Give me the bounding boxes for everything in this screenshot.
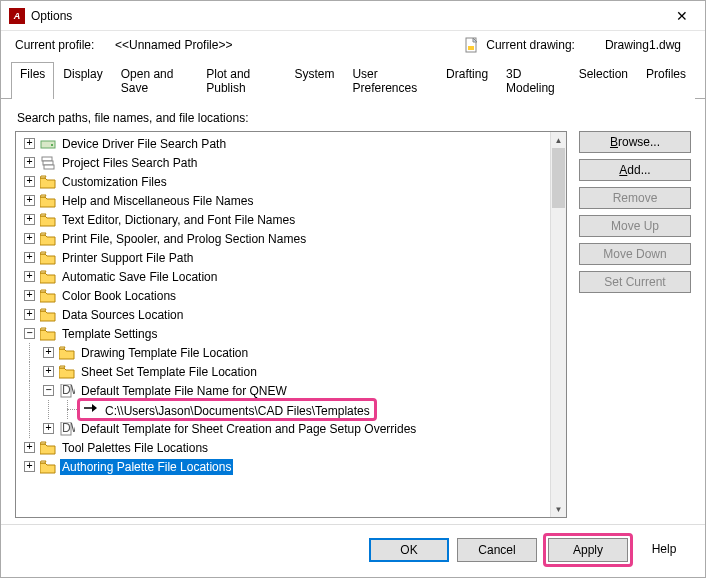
tree-node-label[interactable]: Device Driver File Search Path: [60, 136, 228, 152]
folder-open-icon: [40, 270, 56, 284]
tree-row[interactable]: +DWGDefault Template for Sheet Creation …: [20, 419, 550, 438]
drive-icon: [40, 137, 56, 151]
tab-open-and-save[interactable]: Open and Save: [112, 62, 198, 99]
tab-system[interactable]: System: [285, 62, 343, 99]
add-button[interactable]: Add...: [579, 159, 691, 181]
tree-node-label[interactable]: Data Sources Location: [60, 307, 185, 323]
search-paths-label: Search paths, file names, and file locat…: [17, 111, 691, 125]
folder-icon: [40, 175, 56, 189]
svg-rect-6: [44, 165, 54, 169]
profile-row: Current profile: <<Unnamed Profile>> Cur…: [1, 31, 705, 59]
tab-profiles[interactable]: Profiles: [637, 62, 695, 99]
cancel-button[interactable]: Cancel: [457, 538, 537, 562]
tree-node-label[interactable]: Color Book Locations: [60, 288, 178, 304]
apply-highlight: Apply: [543, 533, 633, 567]
tree-scrollbar[interactable]: ▲ ▼: [550, 132, 566, 517]
expand-icon[interactable]: +: [43, 347, 54, 358]
tree-view[interactable]: +Device Driver File Search Path+Project …: [15, 131, 567, 518]
expand-icon[interactable]: +: [24, 138, 35, 149]
move-down-button[interactable]: Move Down: [579, 243, 691, 265]
svg-point-3: [51, 144, 53, 146]
tree-node-label[interactable]: Project Files Search Path: [60, 155, 199, 171]
tab-drafting[interactable]: Drafting: [437, 62, 497, 99]
expand-icon[interactable]: +: [24, 271, 35, 282]
tree-node-label[interactable]: Drawing Template File Location: [79, 345, 250, 361]
folder-icon: [40, 251, 56, 265]
apply-button[interactable]: Apply: [548, 538, 628, 562]
tree-row[interactable]: +Sheet Set Template File Location: [20, 362, 550, 381]
browse-button[interactable]: Browse...: [579, 131, 691, 153]
expand-icon[interactable]: +: [24, 157, 35, 168]
expand-icon[interactable]: +: [24, 461, 35, 472]
expand-icon[interactable]: +: [24, 290, 35, 301]
ok-button[interactable]: OK: [369, 538, 449, 562]
tree-row[interactable]: +Drawing Template File Location: [20, 343, 550, 362]
collapse-icon[interactable]: −: [24, 328, 35, 339]
folder-open-icon: [40, 441, 56, 455]
expand-icon[interactable]: +: [24, 195, 35, 206]
dwg-icon: DWG: [59, 422, 75, 436]
tree-node-label[interactable]: Authoring Palette File Locations: [60, 459, 233, 475]
expand-icon[interactable]: +: [24, 309, 35, 320]
expand-icon[interactable]: +: [24, 252, 35, 263]
scroll-up-icon[interactable]: ▲: [551, 132, 566, 148]
tab-3d-modeling[interactable]: 3D Modeling: [497, 62, 570, 99]
tree-row[interactable]: +Data Sources Location: [20, 305, 550, 324]
collapse-icon[interactable]: −: [43, 385, 54, 396]
tree-row[interactable]: C:\\Users\Jason\Documents\CAD Files\Temp…: [20, 400, 550, 419]
folder-open-icon: [59, 365, 75, 379]
folder-open-icon: [40, 308, 56, 322]
tree-row[interactable]: −Template Settings: [20, 324, 550, 343]
set-current-button[interactable]: Set Current: [579, 271, 691, 293]
tree-row[interactable]: +Device Driver File Search Path: [20, 134, 550, 153]
scroll-thumb[interactable]: [552, 148, 565, 208]
expand-icon[interactable]: +: [24, 214, 35, 225]
remove-button[interactable]: Remove: [579, 187, 691, 209]
expand-icon[interactable]: +: [24, 176, 35, 187]
tree-row[interactable]: +Color Book Locations: [20, 286, 550, 305]
folder-icon: [40, 232, 56, 246]
help-button[interactable]: Help: [639, 538, 689, 562]
tree-node-label[interactable]: Help and Miscellaneous File Names: [60, 193, 255, 209]
move-up-button[interactable]: Move Up: [579, 215, 691, 237]
expand-icon[interactable]: +: [43, 423, 54, 434]
tree-node-label[interactable]: Sheet Set Template File Location: [79, 364, 259, 380]
tab-files[interactable]: Files: [11, 62, 54, 99]
tab-user-preferences[interactable]: User Preferences: [343, 62, 437, 99]
app-icon: A: [9, 8, 25, 24]
tab-selection[interactable]: Selection: [570, 62, 637, 99]
current-profile-value: <<Unnamed Profile>>: [115, 38, 232, 52]
scroll-down-icon[interactable]: ▼: [551, 501, 566, 517]
tree-row[interactable]: +Tool Palettes File Locations: [20, 438, 550, 457]
svg-rect-1: [468, 46, 474, 50]
expand-icon[interactable]: +: [24, 233, 35, 244]
tree-node-label[interactable]: Printer Support File Path: [60, 250, 195, 266]
tab-plot-and-publish[interactable]: Plot and Publish: [197, 62, 285, 99]
tree-node-label[interactable]: Default Template File Name for QNEW: [79, 383, 289, 399]
tree-row[interactable]: +Help and Miscellaneous File Names: [20, 191, 550, 210]
tree-row[interactable]: +Printer Support File Path: [20, 248, 550, 267]
tree-node-label[interactable]: Print File, Spooler, and Prolog Section …: [60, 231, 308, 247]
tab-strip: FilesDisplayOpen and SavePlot and Publis…: [1, 61, 705, 99]
tree-row[interactable]: +Print File, Spooler, and Prolog Section…: [20, 229, 550, 248]
close-icon[interactable]: ✕: [667, 8, 697, 24]
tree-node-label[interactable]: Automatic Save File Location: [60, 269, 219, 285]
expand-icon[interactable]: +: [24, 442, 35, 453]
svg-rect-5: [43, 161, 53, 165]
tree-node-label[interactable]: Customization Files: [60, 174, 169, 190]
tab-display[interactable]: Display: [54, 62, 111, 99]
tree-node-label[interactable]: C:\\Users\Jason\Documents\CAD Files\Temp…: [103, 403, 372, 419]
tree-node-label[interactable]: Tool Palettes File Locations: [60, 440, 210, 456]
tree-row[interactable]: +Automatic Save File Location: [20, 267, 550, 286]
tree-row[interactable]: +Text Editor, Dictionary, and Font File …: [20, 210, 550, 229]
tree-row[interactable]: +Project Files Search Path: [20, 153, 550, 172]
dialog-footer: OK Cancel Apply Help: [1, 524, 705, 577]
tree-row[interactable]: +Customization Files: [20, 172, 550, 191]
tree-node-label[interactable]: Template Settings: [60, 326, 159, 342]
drawing-icon: [464, 37, 480, 53]
expand-icon[interactable]: +: [43, 366, 54, 377]
tree-node-label[interactable]: Text Editor, Dictionary, and Font File N…: [60, 212, 297, 228]
tree-node-label[interactable]: Default Template for Sheet Creation and …: [79, 421, 418, 437]
tree-row[interactable]: +Authoring Palette File Locations: [20, 457, 550, 476]
folder-icon: [40, 194, 56, 208]
